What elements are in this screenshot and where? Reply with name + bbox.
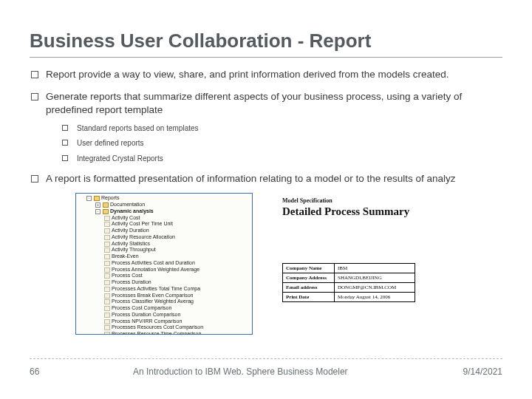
table-row: Company NameIBM bbox=[283, 263, 415, 273]
table-cell-value: Monday August 14, 2006 bbox=[335, 292, 415, 301]
footer-title: An Introduction to IBM Web. Sphere Busin… bbox=[133, 366, 463, 377]
folder-icon bbox=[94, 196, 100, 201]
tree-item: Activity Duration bbox=[79, 228, 250, 234]
tree-view: - Reports + Documentation - Dynamic anal… bbox=[75, 193, 253, 335]
tree-item: Process NPV/IRR Comparison bbox=[79, 318, 250, 325]
file-icon bbox=[104, 235, 110, 240]
tree-item: Process Annotation Weighted Average bbox=[79, 267, 250, 273]
tree-item-label: Process Duration Comparison bbox=[112, 312, 180, 318]
file-icon bbox=[104, 299, 110, 304]
table-cell-value: IBM bbox=[335, 263, 415, 273]
report-title: Detailed Process Summary bbox=[282, 205, 437, 218]
footer-divider bbox=[30, 358, 502, 359]
tree-item: Activity Cost bbox=[79, 215, 250, 222]
table-cell-value: DONGMF@CN.IBM.COM bbox=[335, 282, 415, 292]
footer-date: 9/14/2021 bbox=[463, 366, 502, 377]
expander-icon: - bbox=[86, 196, 92, 201]
table-cell-label: Company Name bbox=[283, 263, 335, 273]
file-icon bbox=[104, 216, 110, 221]
file-icon bbox=[104, 222, 110, 227]
bullet-3-text: A report is formatted presentation of in… bbox=[46, 173, 456, 184]
table-row: Email addressDONGMF@CN.IBM.COM bbox=[283, 282, 415, 292]
tree-item-label: Activity Resource Allocation bbox=[112, 234, 175, 241]
bullets-list: Report provide a way to view, share, and… bbox=[30, 68, 502, 185]
tree-item: Process Duration bbox=[79, 279, 250, 286]
tree-item: Process Duration Comparison bbox=[79, 312, 250, 318]
file-icon bbox=[104, 332, 110, 335]
file-icon bbox=[104, 254, 110, 259]
table-cell-label: Company Address bbox=[283, 273, 335, 282]
tree-item: Processes Activities Total Time Compa bbox=[79, 286, 250, 293]
bullet-3: A report is formatted presentation of in… bbox=[30, 172, 502, 185]
file-icon bbox=[104, 242, 110, 247]
tree-item-label: Process Classifier Weighted Averag bbox=[112, 299, 194, 305]
bullet-1-text: Report provide a way to view, share, and… bbox=[46, 69, 449, 80]
tree-item-label: Processes Break Even Comparison bbox=[112, 293, 194, 299]
file-icon bbox=[104, 248, 110, 253]
tree-item: Process Cost bbox=[79, 273, 250, 279]
tree-item-label: Process Cost Comparison bbox=[112, 305, 171, 312]
report-pretitle: Model Specification bbox=[282, 197, 437, 204]
tree-item: Activity Resource Allocation bbox=[79, 234, 250, 241]
tree-item: Processes Resources Cost Comparison bbox=[79, 324, 250, 331]
tree-item: Process Activities Cost and Duration bbox=[79, 260, 250, 267]
tree-item-label: Process Duration bbox=[112, 279, 151, 286]
sub-bullet-2: User defined reports bbox=[61, 138, 502, 149]
tree-item-label: Process Activities Cost and Duration bbox=[112, 260, 195, 267]
folder-icon bbox=[103, 202, 109, 208]
file-icon bbox=[104, 267, 110, 273]
report-table: Company NameIBMCompany AddressSHANGDI,BE… bbox=[282, 263, 415, 302]
tree-item-label: Activity Statistics bbox=[112, 241, 150, 248]
report-preview: Model Specification Detailed Process Sum… bbox=[282, 193, 437, 301]
tree-item-label: Processes Resources Cost Comparison bbox=[112, 324, 203, 331]
bullet-2-text: Generate reports that summarize differen… bbox=[46, 91, 462, 115]
tree-item: Activity Throughput bbox=[79, 247, 250, 253]
tree-item: Processes Resource Time Comparison bbox=[79, 331, 250, 335]
tree-item-label: Break-Even bbox=[112, 253, 139, 260]
figure-row: - Reports + Documentation - Dynamic anal… bbox=[75, 193, 502, 335]
footer: 66 An Introduction to IBM Web. Sphere Bu… bbox=[30, 358, 502, 377]
bullet-2: Generate reports that summarize differen… bbox=[30, 90, 502, 163]
tree-branch-dyn-label: Dynamic analysis bbox=[110, 208, 154, 214]
file-icon bbox=[104, 319, 110, 324]
tree-root: - Reports bbox=[79, 195, 250, 202]
tree-branch-dyn: - Dynamic analysis bbox=[79, 208, 250, 215]
sub-bullet-1: Standard reports based on templates bbox=[61, 123, 502, 134]
file-icon bbox=[104, 306, 110, 311]
sub-bullet-3: Integrated Crystal Reports bbox=[61, 154, 502, 164]
page-number: 66 bbox=[30, 366, 74, 377]
tree-item: Break-Even bbox=[79, 253, 250, 260]
tree-item: Activity Statistics bbox=[79, 241, 250, 248]
file-icon bbox=[104, 273, 110, 279]
tree-item-label: Activity Duration bbox=[112, 228, 149, 234]
table-row: Company AddressSHANGDI,BEIJING bbox=[283, 273, 415, 282]
file-icon bbox=[104, 261, 110, 266]
tree-item: Process Cost Comparison bbox=[79, 305, 250, 312]
file-icon bbox=[104, 228, 110, 233]
table-cell-label: Email address bbox=[283, 282, 335, 292]
expander-icon: - bbox=[95, 209, 100, 214]
table-row: Print DateMonday August 14, 2006 bbox=[283, 292, 415, 301]
table-cell-label: Print Date bbox=[283, 292, 335, 301]
tree-item-label: Activity Cost Per Time Unit bbox=[112, 221, 173, 228]
tree-item-label: Process NPV/IRR Comparison bbox=[112, 318, 182, 325]
file-icon bbox=[104, 287, 110, 292]
file-icon bbox=[104, 325, 110, 330]
title-underline bbox=[30, 57, 502, 58]
tree-item-label: Process Annotation Weighted Average bbox=[112, 267, 200, 273]
file-icon bbox=[104, 313, 110, 318]
tree-branch-doc-label: Documentation bbox=[110, 202, 145, 208]
tree-item: Processes Break Even Comparison bbox=[79, 293, 250, 299]
table-cell-value: SHANGDI,BEIJING bbox=[335, 273, 415, 282]
file-icon bbox=[104, 293, 110, 299]
sub-bullets: Standard reports based on templates User… bbox=[46, 123, 502, 164]
tree-branch-doc: + Documentation bbox=[79, 202, 250, 208]
tree-item: Process Classifier Weighted Averag bbox=[79, 299, 250, 305]
tree-item-label: Activity Throughput bbox=[112, 247, 156, 253]
tree-item-label: Process Cost bbox=[112, 273, 143, 279]
tree-item-label: Activity Cost bbox=[112, 215, 140, 222]
file-icon bbox=[104, 280, 110, 285]
tree-root-label: Reports bbox=[101, 195, 120, 202]
bullet-1: Report provide a way to view, share, and… bbox=[30, 68, 502, 81]
expander-icon: + bbox=[95, 202, 100, 208]
